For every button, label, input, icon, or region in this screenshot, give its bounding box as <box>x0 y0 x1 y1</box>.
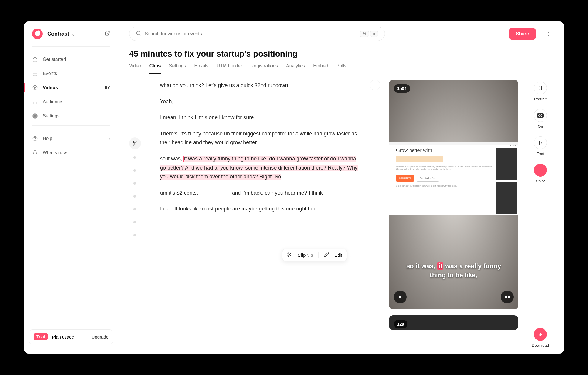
primary-nav: Get started Events Videos 67 Audience Se… <box>24 50 118 125</box>
webcam-thumbnail <box>496 182 517 214</box>
tab-analytics[interactable]: Analytics <box>286 63 305 74</box>
color-picker[interactable]: Color <box>534 164 547 183</box>
edit-button[interactable]: Edit <box>335 253 342 258</box>
paragraph-markers <box>133 156 136 236</box>
tab-utm[interactable]: UTM builder <box>217 63 242 74</box>
main: ⌘ K Share ⋮ 45 minutes to fix your start… <box>118 21 564 354</box>
font-picker[interactable]: F Font <box>534 136 547 156</box>
gear-icon <box>32 113 38 119</box>
transcript-line: I can. It looks like most people are may… <box>160 204 363 213</box>
calendar-icon <box>32 71 38 77</box>
sidebar-item-get-started[interactable]: Get started <box>24 52 118 67</box>
tab-polls[interactable]: Polls <box>336 63 347 74</box>
inset-subtext: Software that's powerful, not overpoweri… <box>396 165 492 171</box>
tab-embed[interactable]: Embed <box>313 63 328 74</box>
sidebar-item-help[interactable]: Help › <box>24 132 118 146</box>
paragraph-dot <box>133 156 136 159</box>
nav-label: Audience <box>43 99 62 104</box>
nav-label: What's new <box>43 150 67 155</box>
inset-primary-cta: Get a demo <box>396 175 414 182</box>
transcript-more-button[interactable]: ⋮ <box>370 80 380 90</box>
nav-count: 67 <box>105 85 110 90</box>
transcript-line-selected: so it was, it was a really funny thing t… <box>160 154 363 181</box>
pencil-icon <box>324 252 329 258</box>
trial-badge: Trial <box>34 333 48 340</box>
sidebar-item-whats-new[interactable]: What's new <box>24 146 118 160</box>
tab-video[interactable]: Video <box>129 63 141 74</box>
search-icon <box>136 31 141 37</box>
upgrade-link[interactable]: Upgrade <box>91 334 108 339</box>
clip-preview-next[interactable]: 12s <box>389 315 518 330</box>
svg-point-12 <box>133 141 134 143</box>
paragraph-dot <box>133 195 136 198</box>
tab-settings[interactable]: Settings <box>169 63 186 74</box>
selected-text: it was a really funny thing to be like, … <box>160 156 358 180</box>
tabs: Video Clips Settings Emails UTM builder … <box>118 59 564 74</box>
transcript-body[interactable]: what do you think? Let's give us a quick… <box>129 80 380 232</box>
rail-label: Color <box>536 179 545 183</box>
secondary-nav: Help › What's new <box>24 129 118 162</box>
inset-footnote: Get a demo of our premium software, or g… <box>396 185 492 188</box>
home-icon <box>32 57 38 62</box>
nav-label: Events <box>43 71 57 76</box>
captions-toggle[interactable]: CC On <box>534 109 547 129</box>
svg-point-13 <box>133 144 134 145</box>
kbd-k: K <box>370 31 378 37</box>
nav-label: Videos <box>43 85 58 90</box>
inset-cta-row: Get a demo Get started free <box>396 175 492 182</box>
svg-rect-26 <box>539 86 542 90</box>
nav-label: Settings <box>43 113 60 119</box>
workspace-switcher[interactable]: Contrast ⌄ <box>24 26 118 46</box>
svg-marker-23 <box>505 296 507 299</box>
nav-label: Help <box>43 136 52 141</box>
logo-icon <box>32 29 43 39</box>
svg-marker-3 <box>35 87 36 89</box>
chevron-down-icon: ⌄ <box>71 31 75 37</box>
svg-line-20 <box>290 255 291 256</box>
sidebar-item-audience[interactable]: Audience <box>24 95 118 109</box>
topbar: ⌘ K Share ⋮ <box>118 21 564 46</box>
orientation-toggle[interactable]: Portrait <box>534 82 547 101</box>
svg-line-16 <box>134 142 135 143</box>
sidebar-item-videos[interactable]: Videos 67 <box>24 81 118 95</box>
svg-point-17 <box>288 253 289 254</box>
plan-card: Trial Plan usage Upgrade <box>29 329 113 344</box>
transcript-line: um it's $2 cents. Clip 9 s | Edit and I'… <box>160 188 363 198</box>
plan-usage-link[interactable]: Plan usage <box>52 334 74 339</box>
scissors-icon[interactable] <box>129 137 141 149</box>
kbd-shortcut: ⌘ K <box>360 31 378 37</box>
more-options-button[interactable]: ⋮ <box>543 29 554 39</box>
sidebar: Contrast ⌄ Get started Events Videos 67 <box>24 21 118 354</box>
bars-icon <box>32 99 38 105</box>
transcript-line: what do you think? Let's give us a quick… <box>160 81 363 90</box>
svg-rect-0 <box>33 72 37 76</box>
tab-emails[interactable]: Emails <box>194 63 208 74</box>
content: ⋮ what do you think? Let's give us a qui… <box>118 74 564 354</box>
clip-button[interactable]: Clip 9 s <box>298 253 313 258</box>
search-input[interactable] <box>145 31 356 36</box>
plan-card-area: Trial Plan usage Upgrade <box>24 325 118 349</box>
tab-clips[interactable]: Clips <box>149 63 161 74</box>
inset-highlight-bar <box>396 156 443 162</box>
sidebar-item-settings[interactable]: Settings <box>24 109 118 123</box>
clip-preview[interactable]: 1h04 Grow better with Software that's po… <box>389 80 518 309</box>
svg-point-7 <box>34 115 36 117</box>
sidebar-item-events[interactable]: Events <box>24 67 118 81</box>
tab-registrations[interactable]: Registrations <box>250 63 278 74</box>
transcript-line: I mean, I think I, this one I know for s… <box>160 113 363 122</box>
paragraph-dot <box>133 208 136 210</box>
share-button[interactable]: Share <box>509 28 536 40</box>
workspace-name: Contrast <box>47 31 69 37</box>
mute-button[interactable] <box>501 291 514 303</box>
right-rail: Portrait CC On F Font Color Download <box>527 80 554 354</box>
search-bar[interactable]: ⌘ K <box>129 27 385 41</box>
play-button[interactable] <box>394 291 407 303</box>
svg-line-15 <box>136 144 137 145</box>
duration-badge: 1h04 <box>394 84 410 93</box>
scissors-icon <box>287 252 292 258</box>
webcam-thumbnail <box>496 148 517 180</box>
external-link-icon[interactable] <box>105 31 110 37</box>
inset-browser-chrome <box>389 142 518 145</box>
rail-label: Font <box>537 152 544 156</box>
download-button[interactable]: Download <box>532 328 549 348</box>
